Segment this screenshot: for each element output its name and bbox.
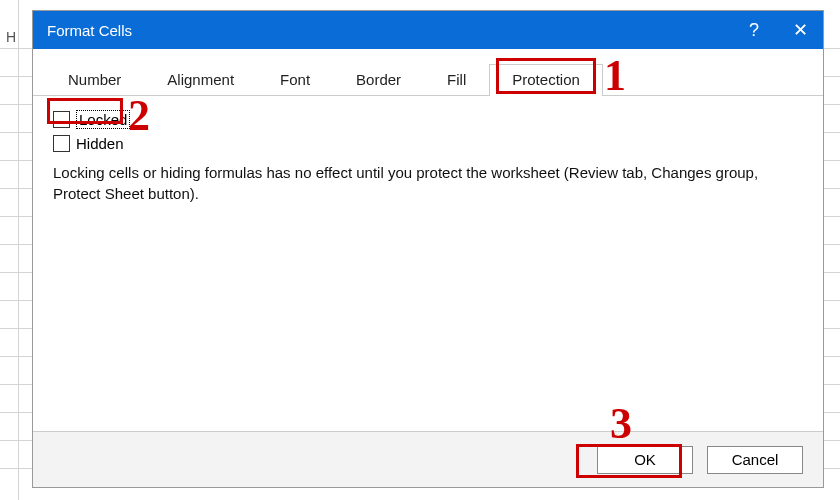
cancel-button[interactable]: Cancel (707, 446, 803, 474)
ok-button[interactable]: OK (597, 446, 693, 474)
help-button[interactable]: ? (731, 11, 777, 49)
protection-explain-text: Locking cells or hiding formulas has no … (53, 162, 793, 204)
tab-fill[interactable]: Fill (424, 64, 489, 96)
dialog-footer: OK Cancel (33, 431, 823, 487)
tab-border[interactable]: Border (333, 64, 424, 96)
column-header-letter: H (6, 29, 16, 45)
dialog-title: Format Cells (47, 22, 132, 39)
format-cells-dialog: Format Cells ? ✕ Number Alignment Font B… (32, 10, 824, 488)
tab-strip: Number Alignment Font Border Fill Protec… (33, 49, 823, 96)
tab-protection[interactable]: Protection (489, 64, 603, 96)
close-button[interactable]: ✕ (777, 11, 823, 49)
tab-number[interactable]: Number (45, 64, 144, 96)
tab-font[interactable]: Font (257, 64, 333, 96)
hidden-checkbox[interactable] (53, 135, 70, 152)
close-icon: ✕ (793, 19, 808, 41)
tab-alignment[interactable]: Alignment (144, 64, 257, 96)
dialog-titlebar: Format Cells ? ✕ (33, 11, 823, 49)
locked-checkbox[interactable] (53, 111, 70, 128)
hidden-row: Hidden (53, 135, 803, 152)
help-icon: ? (749, 20, 759, 41)
hidden-checkbox-label[interactable]: Hidden (76, 135, 124, 152)
dialog-content: Locked Hidden Locking cells or hiding fo… (33, 96, 823, 431)
locked-row: Locked (53, 110, 803, 129)
locked-checkbox-label[interactable]: Locked (76, 110, 130, 129)
